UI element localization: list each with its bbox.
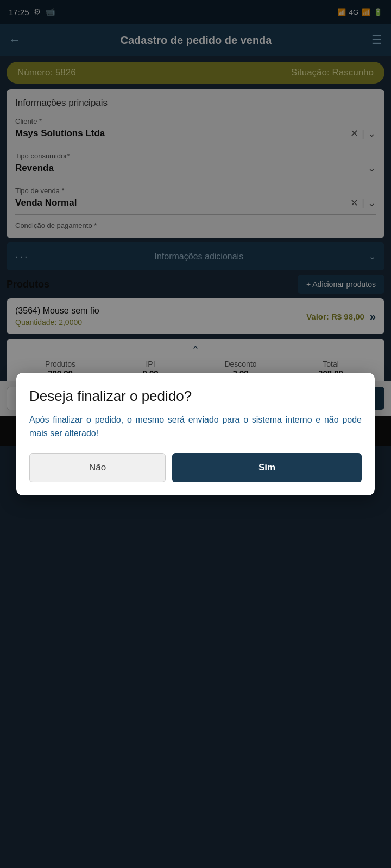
dialog-buttons: Não Sim [29,453,362,482]
dialog-overlay: Deseja finalizar o pedido? Após finaliza… [0,0,391,868]
confirm-dialog: Deseja finalizar o pedido? Após finaliza… [16,373,375,496]
nao-button[interactable]: Não [29,453,166,482]
sim-button[interactable]: Sim [172,453,362,482]
dialog-message: Após finalizar o pedido, o mesmo será en… [29,413,362,441]
dialog-title: Deseja finalizar o pedido? [29,388,362,405]
